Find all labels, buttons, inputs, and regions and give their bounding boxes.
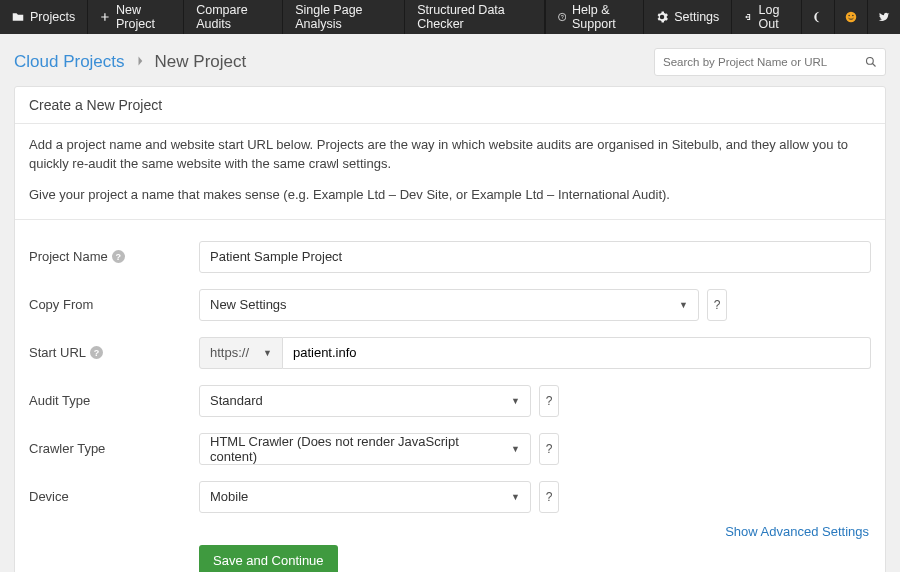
chevron-down-icon: ▼ xyxy=(511,444,520,454)
device-select[interactable]: Mobile ▼ xyxy=(199,481,531,513)
start-url-label: Start URL ? xyxy=(29,345,199,360)
search-icon xyxy=(865,56,877,68)
nav-projects[interactable]: Projects xyxy=(0,0,88,34)
svg-line-6 xyxy=(873,64,876,67)
breadcrumb-current: New Project xyxy=(155,52,247,72)
chevron-down-icon: ▼ xyxy=(511,396,520,406)
nav-feedback[interactable] xyxy=(834,0,867,34)
chevron-down-icon: ▼ xyxy=(511,492,520,502)
nav-new-project-label: New Project xyxy=(116,3,171,31)
nav-single-page-label: Single Page Analysis xyxy=(295,3,392,31)
help-icon[interactable]: ? xyxy=(90,346,103,359)
crawler-type-label: Crawler Type xyxy=(29,441,199,456)
nav-compare-audits[interactable]: Compare Audits xyxy=(184,0,283,34)
crawler-type-help[interactable]: ? xyxy=(539,433,559,465)
svg-point-2 xyxy=(846,12,857,23)
nav-settings-label: Settings xyxy=(674,10,719,24)
nav-structured-data[interactable]: Structured Data Checker xyxy=(405,0,544,34)
copy-from-value: New Settings xyxy=(210,297,287,312)
svg-point-5 xyxy=(867,58,874,65)
audit-type-help[interactable]: ? xyxy=(539,385,559,417)
search-input[interactable] xyxy=(663,56,865,68)
nav-single-page[interactable]: Single Page Analysis xyxy=(283,0,405,34)
nav-help[interactable]: ? Help & Support xyxy=(545,0,644,34)
help-icon[interactable]: ? xyxy=(112,250,125,263)
protocol-value: https:// xyxy=(210,345,249,360)
nav-logout-label: Log Out xyxy=(759,3,789,31)
protocol-select[interactable]: https:// ▼ xyxy=(199,337,283,369)
panel-desc-1: Add a project name and website start URL… xyxy=(29,136,871,174)
save-continue-button[interactable]: Save and Continue xyxy=(199,545,338,572)
project-name-input[interactable] xyxy=(199,241,871,273)
nav-twitter[interactable] xyxy=(867,0,900,34)
folder-icon xyxy=(12,11,24,23)
chevron-down-icon: ▼ xyxy=(263,348,272,358)
start-url-input[interactable] xyxy=(283,337,871,369)
search-box[interactable] xyxy=(654,48,886,76)
panel-description: Add a project name and website start URL… xyxy=(15,124,885,220)
device-label: Device xyxy=(29,489,199,504)
device-help[interactable]: ? xyxy=(539,481,559,513)
create-project-panel: Create a New Project Add a project name … xyxy=(14,86,886,572)
plus-icon xyxy=(100,11,110,23)
chevron-right-icon xyxy=(135,52,145,72)
svg-text:?: ? xyxy=(561,15,564,20)
logout-icon xyxy=(744,11,752,23)
breadcrumb-root[interactable]: Cloud Projects xyxy=(14,52,125,72)
gear-icon xyxy=(656,11,668,23)
chevron-down-icon: ▼ xyxy=(679,300,688,310)
crawler-type-value: HTML Crawler (Does not render JavaScript… xyxy=(210,434,501,464)
audit-type-label: Audit Type xyxy=(29,393,199,408)
subheader: Cloud Projects New Project xyxy=(0,34,900,84)
panel-title: Create a New Project xyxy=(15,87,885,124)
nav-settings[interactable]: Settings xyxy=(643,0,731,34)
nav-projects-label: Projects xyxy=(30,10,75,24)
nav-theme-toggle[interactable] xyxy=(801,0,834,34)
device-value: Mobile xyxy=(210,489,248,504)
panel-desc-2: Give your project a name that makes sens… xyxy=(29,186,871,205)
show-advanced-link[interactable]: Show Advanced Settings xyxy=(725,524,869,539)
nav-structured-data-label: Structured Data Checker xyxy=(417,3,531,31)
audit-type-value: Standard xyxy=(210,393,263,408)
breadcrumb: Cloud Projects New Project xyxy=(14,52,246,72)
copy-from-label: Copy From xyxy=(29,297,199,312)
audit-type-select[interactable]: Standard ▼ xyxy=(199,385,531,417)
svg-point-3 xyxy=(848,15,850,17)
nav-compare-audits-label: Compare Audits xyxy=(196,3,270,31)
moon-icon xyxy=(812,11,824,23)
twitter-icon xyxy=(878,11,890,23)
nav-new-project[interactable]: New Project xyxy=(88,0,184,34)
copy-from-select[interactable]: New Settings ▼ xyxy=(199,289,699,321)
project-name-label: Project Name ? xyxy=(29,249,199,264)
crawler-type-select[interactable]: HTML Crawler (Does not render JavaScript… xyxy=(199,433,531,465)
copy-from-help[interactable]: ? xyxy=(707,289,727,321)
smiley-icon xyxy=(845,11,857,23)
top-navbar: Projects New Project Compare Audits Sing… xyxy=(0,0,900,34)
svg-point-4 xyxy=(852,15,854,17)
nav-help-label: Help & Support xyxy=(572,3,631,31)
nav-logout[interactable]: Log Out xyxy=(731,0,801,34)
help-icon: ? xyxy=(558,11,566,23)
